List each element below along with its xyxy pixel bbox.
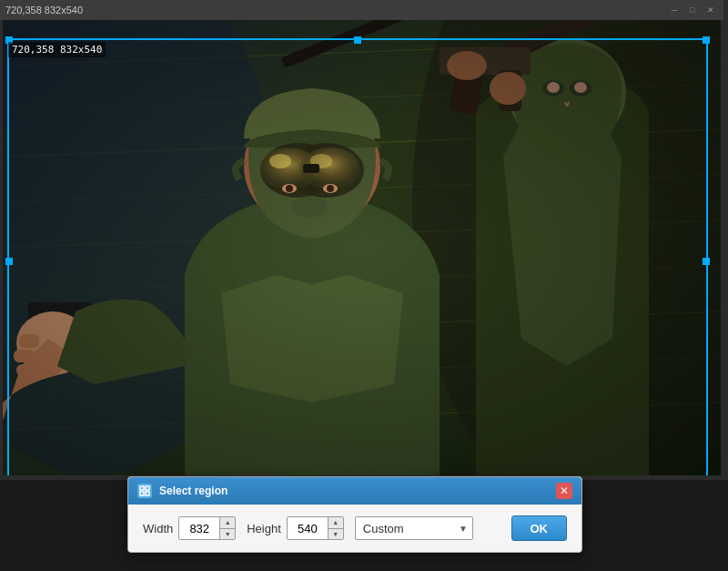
width-spinner: ▲ ▼ bbox=[178, 516, 236, 540]
game-art-svg bbox=[3, 20, 721, 475]
dialog-close-button[interactable]: ✕ bbox=[556, 483, 572, 499]
dialog-header: Select region ✕ bbox=[128, 477, 581, 505]
svg-rect-49 bbox=[140, 486, 144, 490]
width-increment-button[interactable]: ▲ bbox=[220, 517, 235, 529]
width-input[interactable] bbox=[179, 517, 219, 539]
close-button[interactable]: ✕ bbox=[703, 4, 718, 16]
height-field-group: Height ▲ ▼ bbox=[247, 516, 344, 540]
dialog-title-area: Select region bbox=[137, 484, 228, 498]
dialog-title: Select region bbox=[159, 484, 228, 497]
width-arrows: ▲ ▼ bbox=[219, 517, 235, 539]
title-bar-text: 720,358 832x540 bbox=[5, 5, 83, 15]
svg-rect-52 bbox=[146, 492, 149, 495]
region-select-icon bbox=[139, 485, 150, 496]
minimize-button[interactable]: ─ bbox=[667, 4, 682, 16]
preset-select[interactable]: Custom 640x480 800x600 1024x768 1280x720… bbox=[355, 516, 473, 540]
select-region-dialog: Select region ✕ Width ▲ ▼ Height ▲ ▼ bbox=[127, 476, 582, 553]
width-label: Width bbox=[143, 522, 173, 535]
height-increment-button[interactable]: ▲ bbox=[329, 517, 343, 529]
height-arrows: ▲ ▼ bbox=[328, 517, 343, 539]
image-area: 720,358 832x540 bbox=[3, 20, 721, 475]
main-window: 720,358 832x540 ─ □ ✕ bbox=[0, 0, 728, 480]
svg-rect-50 bbox=[146, 486, 149, 490]
svg-rect-51 bbox=[140, 492, 144, 495]
height-label: Height bbox=[247, 522, 281, 535]
svg-rect-48 bbox=[3, 20, 721, 475]
width-field-group: Width ▲ ▼ bbox=[143, 516, 236, 540]
height-decrement-button[interactable]: ▼ bbox=[329, 529, 343, 540]
dialog-icon bbox=[137, 484, 152, 498]
coord-display: 720,358 832x540 bbox=[8, 42, 106, 57]
preset-select-wrapper: Custom 640x480 800x600 1024x768 1280x720… bbox=[355, 516, 473, 540]
dialog-body: Width ▲ ▼ Height ▲ ▼ Cust bbox=[128, 505, 581, 552]
height-input[interactable] bbox=[288, 517, 328, 539]
height-spinner: ▲ ▼ bbox=[287, 516, 344, 540]
maximize-button[interactable]: □ bbox=[685, 4, 700, 16]
title-bar: 720,358 832x540 ─ □ ✕ bbox=[0, 0, 723, 20]
ok-button[interactable]: OK bbox=[511, 515, 568, 541]
width-decrement-button[interactable]: ▼ bbox=[220, 529, 235, 540]
title-bar-controls: ─ □ ✕ bbox=[667, 4, 718, 16]
